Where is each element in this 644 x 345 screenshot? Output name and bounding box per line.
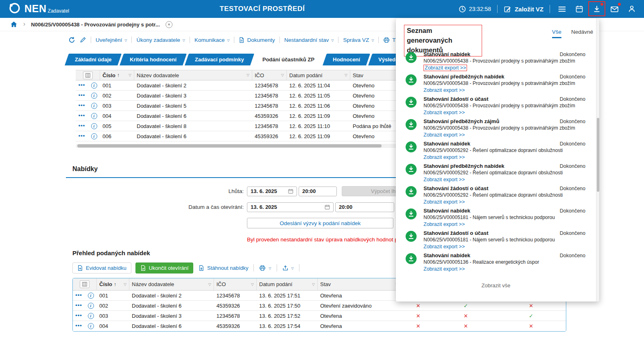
close-record-icon[interactable]: ✕ <box>166 21 172 28</box>
row-actions-icon[interactable]: ••• <box>75 312 82 318</box>
notification-item[interactable]: Stahování nabídek Dokončeno N006/25/V000… <box>396 251 596 273</box>
info-icon[interactable]: i <box>91 93 97 99</box>
create-vz-button[interactable]: Založit VZ <box>504 5 544 13</box>
export-menu-button[interactable]: ▽ <box>281 265 295 271</box>
info-icon[interactable]: i <box>91 133 97 139</box>
tab[interactable]: Základní údaje <box>65 54 122 65</box>
row-actions-icon[interactable]: ••• <box>79 82 85 88</box>
info-icon[interactable]: i <box>91 113 97 119</box>
send-invite-button[interactable]: Odeslání výzvy k podání nabídek <box>247 218 393 228</box>
show-export-link[interactable]: Zobrazit export >> <box>424 199 465 205</box>
show-export-link[interactable]: Zobrazit export >> <box>424 244 465 250</box>
show-export-link[interactable]: Zobrazit export >> <box>424 221 465 227</box>
toolbar-item-ukony-zadavatele[interactable]: Úkony zadavatele▽ <box>136 37 185 43</box>
info-icon[interactable]: i <box>88 293 94 299</box>
menu-button[interactable] <box>556 3 568 15</box>
notification-item[interactable]: Stahování předběžných zájmů Dokončeno N0… <box>396 117 596 139</box>
filter-icon[interactable]: ▽ <box>120 282 127 286</box>
show-export-link[interactable]: Zobrazit export >> <box>424 177 465 182</box>
calendar-icon[interactable] <box>321 204 330 210</box>
row-actions-icon[interactable]: ••• <box>79 112 85 118</box>
table-row[interactable]: ••• i 002 Dodavatel - školení 6 45359326… <box>73 301 566 311</box>
row-actions-icon[interactable]: ••• <box>75 292 82 298</box>
opening-date-input[interactable]: 13. 6. 2025 <box>247 202 334 212</box>
row-actions-icon[interactable]: ••• <box>79 122 85 128</box>
table-row[interactable]: ••• i 003 Dodavatel - školení 3 12345678… <box>73 311 566 321</box>
ukoncit-otevirani-button[interactable]: Ukončit otevírání <box>135 263 194 273</box>
notification-item[interactable]: Stahování předběžných nabídek Dokončeno … <box>396 161 596 184</box>
toolbar-item-dokumenty[interactable]: Dokumenty <box>239 37 275 43</box>
column-header-nazev-dodavatele[interactable]: Název dodavatele▽ <box>134 70 252 80</box>
tab-vse[interactable]: Vše <box>552 29 561 38</box>
show-export-link[interactable]: Zobrazit export >> <box>424 132 465 138</box>
show-export-link[interactable]: Zobrazit export >> <box>424 110 465 115</box>
notification-item[interactable]: Stahování nabídek Dokončeno N006/25/V000… <box>396 206 596 228</box>
column-header-cislo[interactable]: Číslo↑▽ <box>97 278 129 290</box>
filter-icon[interactable]: ▽ <box>248 282 254 286</box>
table-options-icon[interactable] <box>80 280 90 288</box>
column-header-ico[interactable]: IČO▽ <box>252 70 287 80</box>
column-header-datum-podani[interactable]: Datum podání▽ <box>257 278 318 290</box>
table-row[interactable]: ••• i 004 Dodavatel - školení 6 45359326… <box>73 321 566 331</box>
generated-documents-button[interactable] <box>591 3 603 15</box>
row-actions-icon[interactable]: ••• <box>75 322 82 328</box>
show-export-link[interactable]: Zobrazit export >> <box>424 154 465 160</box>
scrollbar-thumb[interactable] <box>597 118 599 192</box>
filter-icon[interactable]: ▽ <box>341 73 347 77</box>
show-export-link[interactable]: Zobrazit export >> <box>424 87 465 93</box>
column-header-datum-podani[interactable]: Datum podání▽ <box>287 70 350 80</box>
tab[interactable]: Kritéria hodnocení <box>120 54 187 65</box>
filter-icon[interactable]: ▽ <box>243 73 249 77</box>
row-actions-icon[interactable]: ••• <box>79 92 85 98</box>
show-all-link[interactable]: Zobrazit vše <box>396 282 596 289</box>
info-icon[interactable]: i <box>88 303 94 309</box>
evidovat-nabidku-button[interactable]: Evidovat nabídku <box>72 263 131 273</box>
tab-nedavne[interactable]: Nedávné <box>571 29 593 35</box>
info-icon[interactable]: i <box>91 103 97 109</box>
calendar-button[interactable] <box>574 3 585 15</box>
info-icon[interactable]: i <box>91 82 97 89</box>
notification-item[interactable]: Stahování nabídek Dokončeno N006/25/V000… <box>396 139 596 161</box>
row-actions-icon[interactable]: ••• <box>75 302 82 308</box>
notification-item[interactable]: Stahování žádostí o účast Dokončeno N006… <box>396 228 596 251</box>
info-icon[interactable]: i <box>88 323 94 329</box>
profile-button[interactable] <box>626 3 637 15</box>
filter-icon[interactable]: ▽ <box>309 282 315 286</box>
tab[interactable]: Podání účastníků ZP <box>252 54 325 65</box>
column-header-stav[interactable]: Stav▽ <box>318 278 401 290</box>
show-export-link[interactable]: Zobrazit export >> <box>424 266 465 272</box>
print-menu-button[interactable]: ▽ <box>258 265 272 271</box>
row-actions-icon[interactable]: ••• <box>79 102 85 108</box>
refresh-icon[interactable] <box>68 37 75 43</box>
toolbar-item-nestandardni-stav[interactable]: Nestandardní stav▽ <box>284 37 334 43</box>
notification-item[interactable]: Stahování žádostí o účast Dokončeno N006… <box>396 184 596 206</box>
deadline-time-input[interactable]: 20:00 <box>299 187 337 196</box>
toolbar-item-uverejneni[interactable]: Uveřejnění▽ <box>96 37 127 43</box>
column-header-ico[interactable]: IČO▽ <box>214 278 257 290</box>
show-export-link[interactable]: Zobrazit export >> <box>424 65 467 71</box>
toolbar-item-komunikace[interactable]: Komunikace▽ <box>194 37 229 43</box>
deadline-date-input[interactable]: 13. 6. 2025 <box>247 187 297 196</box>
info-icon[interactable]: i <box>88 313 94 319</box>
messages-button[interactable] <box>609 3 620 15</box>
info-icon[interactable]: i <box>91 123 97 129</box>
scrollbar-thumb[interactable] <box>77 144 382 148</box>
table-options-icon[interactable] <box>83 72 93 79</box>
filter-icon[interactable]: ▽ <box>278 73 284 77</box>
row-actions-icon[interactable]: ••• <box>79 132 85 139</box>
filter-icon[interactable]: ▽ <box>125 73 131 77</box>
opening-time-input[interactable]: 20:00 <box>335 202 394 212</box>
notification-item[interactable]: Stahování nabídek Dokončeno N006/25/V000… <box>396 50 596 72</box>
tab[interactable]: Hodnocení <box>323 54 370 65</box>
toolbar-item-sprava-vz[interactable]: Správa VZ▽ <box>343 37 374 43</box>
home-icon[interactable] <box>10 21 17 28</box>
calendar-icon[interactable] <box>285 189 293 194</box>
edit-record-icon[interactable] <box>80 37 86 43</box>
nen-home-link[interactable]: NEN Zadavatel <box>0 2 69 17</box>
notification-item[interactable]: Stahování předběžných nabídek Dokončeno … <box>396 72 596 94</box>
filter-icon[interactable]: ▽ <box>205 282 211 286</box>
notification-item[interactable]: Stahování žádostí o účast Dokončeno N006… <box>396 94 596 117</box>
stahnout-nabidky-button[interactable]: Stáhnout nabídky <box>197 265 249 271</box>
breadcrumb-record[interactable]: N006/25/V00005438 - Provozování prodejny… <box>31 22 159 28</box>
column-header-cislo[interactable]: Číslo↑▽ <box>100 70 134 80</box>
